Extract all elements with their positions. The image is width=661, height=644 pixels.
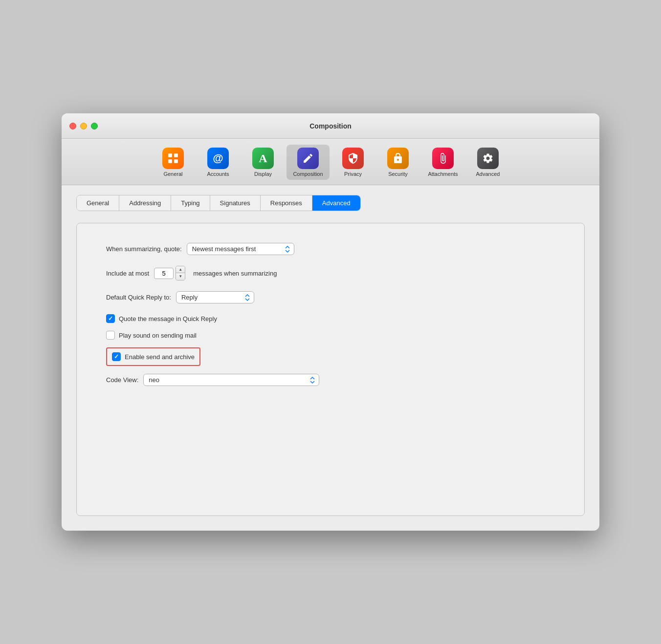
toolbar-label-attachments: Attachments [428,171,458,177]
toolbar-label-advanced: Advanced [476,171,500,177]
play-sound-row: Play sound on sending mail [106,331,555,340]
tab-bar: General Addressing Typing Signatures Res… [76,195,361,211]
tab-responses[interactable]: Responses [261,195,312,211]
quick-reply-row: Default Quick Reply to: Reply Reply All … [106,291,555,303]
toolbar-item-privacy[interactable]: Privacy [331,145,375,180]
toolbar-item-display[interactable]: A Display [242,145,285,180]
include-row: Include at most ▲ ▼ messages when summar… [106,266,555,280]
quote-message-label: Quote the message in Quick Reply [119,315,217,322]
main-window: Composition General @ Accounts A [62,113,599,531]
svg-rect-0 [168,153,172,157]
toolbar-label-privacy: Privacy [344,171,362,177]
summarizing-select[interactable]: Newest messages first Oldest messages fi… [187,243,294,255]
toolbar-label-composition: Composition [293,171,323,177]
display-icon: A [252,148,274,169]
tab-addressing[interactable]: Addressing [119,195,171,211]
quote-message-checkbox[interactable] [106,314,115,323]
svg-rect-1 [174,153,178,157]
toolbar-item-advanced[interactable]: Advanced [466,145,509,180]
summarizing-row: When summarizing, quote: Newest messages… [106,243,555,255]
stepper-buttons: ▲ ▼ [176,266,185,280]
toolbar-item-security[interactable]: Security [376,145,419,180]
play-sound-label: Play sound on sending mail [119,332,197,339]
quote-message-row: Quote the message in Quick Reply [106,314,555,323]
stepper-wrapper: ▲ ▼ [154,266,185,280]
stepper-up-button[interactable]: ▲ [176,266,185,273]
privacy-icon [342,148,364,169]
code-view-row: Code View: neo default minimal [106,374,555,386]
general-icon [162,148,184,169]
code-view-select[interactable]: neo default minimal [143,374,319,386]
code-view-label: Code View: [106,376,138,384]
toolbar-label-accounts: Accounts [207,171,229,177]
enable-archive-row: Enable send and archive [106,347,200,366]
stepper-down-button[interactable]: ▼ [176,273,185,280]
summarizing-label: When summarizing, quote: [106,245,182,253]
toolbar-item-accounts[interactable]: @ Accounts [197,145,240,180]
attachments-icon [432,148,454,169]
toolbar-label-security: Security [388,171,408,177]
code-view-select-wrapper: neo default minimal [143,374,319,386]
tab-signatures[interactable]: Signatures [210,195,261,211]
tab-advanced[interactable]: Advanced [312,195,360,211]
summarizing-select-wrapper: Newest messages first Oldest messages fi… [187,243,294,255]
advanced-icon [477,148,499,169]
composition-icon [297,148,319,169]
toolbar-label-display: Display [254,171,272,177]
toolbar-item-composition[interactable]: Composition [286,145,330,180]
include-input[interactable] [154,268,174,279]
enable-archive-label: Enable send and archive [125,353,195,361]
maximize-button[interactable] [91,123,98,129]
security-icon [387,148,409,169]
toolbar-label-general: General [163,171,182,177]
window-title: Composition [309,122,352,130]
accounts-icon: @ [207,148,229,169]
settings-panel: When summarizing, quote: Newest messages… [76,223,585,516]
content-area: General Addressing Typing Signatures Res… [62,185,599,531]
include-suffix: messages when summarizing [193,270,277,277]
close-button[interactable] [69,123,76,129]
svg-rect-3 [174,159,178,163]
traffic-lights [69,123,98,129]
quick-reply-select-wrapper: Reply Reply All Forward [176,291,254,303]
quick-reply-label: Default Quick Reply to: [106,294,171,301]
quick-reply-select[interactable]: Reply Reply All Forward [176,291,254,303]
svg-rect-2 [168,159,172,163]
minimize-button[interactable] [80,123,87,129]
toolbar-item-attachments[interactable]: Attachments [421,145,464,180]
include-label: Include at most [106,270,149,277]
toolbar: General @ Accounts A Display Composition [62,139,599,185]
play-sound-checkbox[interactable] [106,331,115,340]
titlebar: Composition [62,113,599,139]
toolbar-item-general[interactable]: General [152,145,195,180]
tab-typing[interactable]: Typing [171,195,210,211]
tab-general[interactable]: General [77,195,119,211]
enable-archive-checkbox[interactable] [112,352,121,361]
